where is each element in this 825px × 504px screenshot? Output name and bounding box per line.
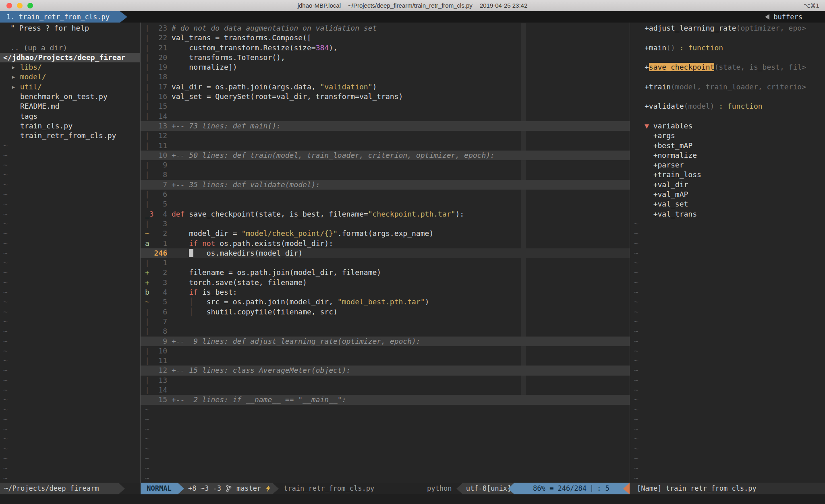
tagbar-tag-validate[interactable]: +validate(model) : function [630, 101, 825, 111]
editor-line[interactable]: |1 [141, 258, 630, 268]
editor-filler-line: ~ [141, 473, 630, 483]
tagbar-filler-line: ~ [630, 434, 825, 444]
editor-line[interactable]: |8 [141, 326, 630, 336]
tagbar-filler-line: ~ [630, 337, 825, 346]
editor-line[interactable]: |21 custom_transform.Resize(size=384), [141, 43, 630, 53]
statusline-cwd: ~/Projects/deep_firearm [4, 484, 99, 492]
tagbar-variable-val-dir[interactable]: +val_dir [630, 180, 825, 190]
editor-line[interactable]: ~2 model_dir = "model/check_point/{}".fo… [141, 229, 630, 238]
tagbar-tag-save-checkpoint[interactable]: +save_checkpoint(state, is_best, fil> [630, 62, 825, 72]
tab-train-retr-from-cls[interactable]: 1. train_retr_from_cls.py [0, 11, 127, 23]
editor-line[interactable]: ~5 │ src = os.path.join(model_dir, "mode… [141, 297, 630, 307]
editor-line[interactable]: |22val_trans = transforms.Compose([ [141, 33, 630, 43]
nerdtree-filler-line: ~ [0, 356, 140, 366]
statusline-position: 86% ≡ 246/284 [533, 483, 587, 494]
statusline-git-segment: +8 ~3 -3 master [178, 483, 272, 494]
tagbar-variable-args[interactable]: +args [630, 131, 825, 140]
editor-line[interactable]: |6 [141, 190, 630, 199]
editor-line[interactable]: |6 │ shutil.copyfile(filename, src) [141, 307, 630, 317]
editor-pane[interactable]: |23# do not do data augmentation on vali… [140, 23, 630, 483]
tagbar-filler-line: ~ [630, 229, 825, 238]
editor-filler-line: ~ [141, 434, 630, 444]
editor-line[interactable]: |11 [141, 141, 630, 151]
tagbar-tag-main[interactable]: +main() : function [630, 43, 825, 53]
powerline-separator [178, 483, 184, 494]
nerdtree-file-train-retr[interactable]: train_retr_from_cls.py [0, 131, 140, 140]
editor-line[interactable]: |14 [141, 112, 630, 121]
nerdtree-blank-line [0, 33, 140, 43]
editor-line[interactable]: |9 [141, 160, 630, 170]
nerdtree-dir-model[interactable]: ▸ model/ [0, 72, 140, 82]
editor-line[interactable]: |20 transforms.ToTensor(), [141, 53, 630, 62]
tagbar-row [630, 53, 825, 62]
editor-line[interactable]: |5 [141, 199, 630, 209]
tagbar-filler-line: ~ [630, 395, 825, 405]
tagbar-filler-line: ~ [630, 415, 825, 424]
tagbar-statusline: [Name] train_retr_from_cls.py [630, 483, 825, 494]
nerdtree-file-tags[interactable]: tags [0, 112, 140, 121]
nerdtree-file-readme[interactable]: README.md [0, 101, 140, 111]
editor-line[interactable]: b4 if is_best: [141, 287, 630, 297]
nerdtree-file-benchmark[interactable]: benchmark_on_test.py [0, 92, 140, 101]
segment-divider [591, 485, 592, 492]
nerdtree-dir-libs[interactable]: ▸ libs/ [0, 62, 140, 72]
nerdtree-filler-line: ~ [0, 287, 140, 297]
tagbar-variable-train-loss[interactable]: +train_loss [630, 170, 825, 180]
editor-line[interactable]: |11 [141, 356, 630, 366]
tagbar-variable-val-trans[interactable]: +val_trans [630, 209, 825, 219]
editor-line[interactable]: +2 filename = os.path.join(model_dir, fi… [141, 268, 630, 277]
tagbar-tag-train[interactable]: +train(model, train_loader, criterio> [630, 82, 825, 92]
editor-line[interactable]: +3 torch.save(state, filename) [141, 278, 630, 287]
editor-line[interactable]: |10 [141, 346, 630, 356]
nerdtree-file-train-cls[interactable]: train_cls.py [0, 121, 140, 131]
nerdtree-help-line: " Press ? for help [0, 23, 140, 33]
editor-line[interactable]: |23# do not do data augmentation on vali… [141, 23, 630, 33]
editor-line[interactable]: |13 [141, 376, 630, 385]
tagbar-row [630, 92, 825, 101]
editor-line[interactable]: |17val_dir = os.path.join(args.data, "va… [141, 82, 630, 92]
tagbar-filler-line: ~ [630, 219, 825, 229]
editor-line[interactable]: _34def save_checkpoint(state, is_best, f… [141, 209, 630, 219]
window-title: jdhao-MBP.local~/Projects/deep_firearm/t… [0, 0, 825, 11]
editor-line[interactable]: 15+-- 2 lines: if __name__ == "__main__"… [141, 395, 630, 405]
nerdtree-filler-line: ~ [0, 444, 140, 454]
editor-filler-line: ~ [141, 463, 630, 473]
tagbar-filler-line: ~ [630, 307, 825, 317]
tagbar-tag-adjust-learning-rate[interactable]: +adjust_learning_rate(optimizer, epo> [630, 23, 825, 33]
nerdtree-filler-line: ~ [0, 151, 140, 160]
window-shortcut-badge: ⌥⌘1 [804, 0, 819, 11]
editor-line[interactable]: 10+-- 50 lines: def train(model, train_l… [141, 151, 630, 160]
editor-line[interactable]: 13+-- 73 lines: def main(): [141, 121, 630, 131]
editor-line[interactable]: |14 [141, 385, 630, 395]
nerdtree-filler-line: ~ [0, 219, 140, 229]
tagbar-variable-normalize[interactable]: +normalize [630, 151, 825, 160]
statusline: ~/Projects/deep_firearm +8 ~3 -3 master … [0, 483, 825, 494]
tagbar-category-variables[interactable]: ▼ variables [630, 121, 825, 131]
editor-line[interactable]: 9+-- 9 lines: def adjust_learning_rate(o… [141, 337, 630, 346]
tagbar-variable-best-map[interactable]: +best_mAP [630, 141, 825, 151]
editor-line[interactable]: 12+-- 15 lines: class AverageMeter(objec… [141, 366, 630, 375]
tagbar-variable-val-set[interactable]: +val_set [630, 199, 825, 209]
nerdtree-root[interactable]: </jdhao/Projects/deep_firear [0, 53, 140, 62]
editor-line[interactable]: |3 [141, 219, 630, 229]
tagbar-variable-val-map[interactable]: +val_mAP [630, 190, 825, 199]
editor-cursor-line[interactable]: 246 os.makedirs(model_dir) [141, 248, 630, 258]
statusline-filename: train_retr_from_cls.py [284, 483, 374, 494]
editor-filler-line: ~ [141, 405, 630, 415]
editor-line[interactable]: |18 [141, 72, 630, 82]
editor-line[interactable]: |15 [141, 101, 630, 111]
nerdtree-sidebar: " Press ? for help.. (up a dir)</jdhao/P… [0, 23, 140, 483]
tagbar-row [630, 72, 825, 82]
editor-line[interactable]: |16val_set = QuerySet(root=val_dir, tran… [141, 92, 630, 101]
editor-line[interactable]: a1 if not os.path.exists(model_dir): [141, 239, 630, 248]
tagbar-variable-parser[interactable]: +parser [630, 160, 825, 170]
nerdtree-dir-util[interactable]: ▸ util/ [0, 82, 140, 92]
editor-line[interactable]: |19 normalize]) [141, 62, 630, 72]
nerdtree-filler-line: ~ [0, 307, 140, 317]
editor-line[interactable]: 7+-- 35 lines: def validate(model): [141, 180, 630, 190]
nerdtree-up-dir[interactable]: .. (up a dir) [0, 43, 140, 53]
editor-line[interactable]: |8 [141, 170, 630, 180]
window-title-datetime: 2019-04-25 23:42 [480, 2, 527, 9]
editor-line[interactable]: |12 [141, 131, 630, 140]
editor-line[interactable]: |7 [141, 317, 630, 326]
